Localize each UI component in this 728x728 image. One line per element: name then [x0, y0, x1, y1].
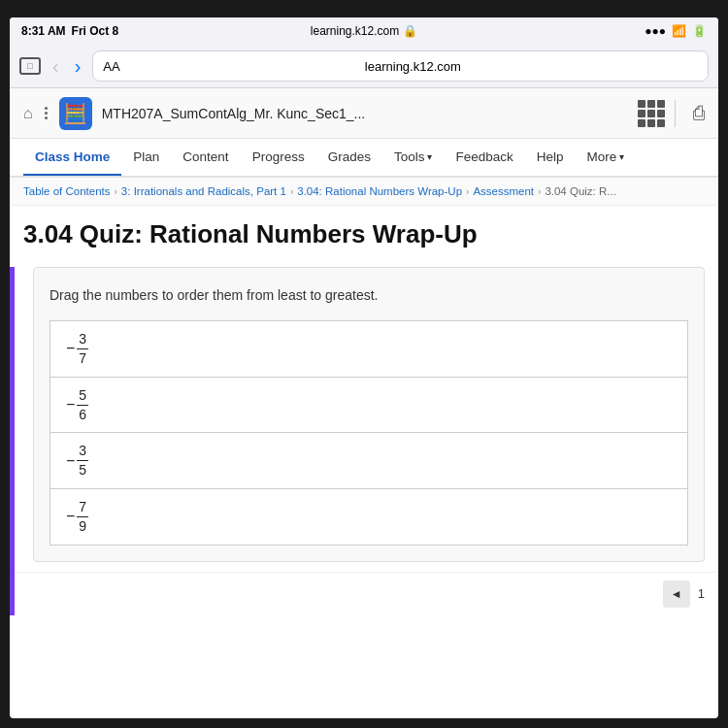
- device-frame: 8:31 AM Fri Oct 8 learning.k12.com 🔒 ●●●…: [0, 0, 728, 728]
- prev-page-button[interactable]: ◄: [663, 580, 690, 608]
- course-icon: 🧮: [59, 97, 92, 130]
- home-icon[interactable]: ⌂: [23, 105, 33, 122]
- drag-item-4[interactable]: − 7 9: [50, 488, 688, 546]
- content-area: Drag the numbers to order them from leas…: [10, 267, 718, 614]
- status-time: 8:31 AM: [21, 24, 66, 38]
- breadcrumb-sep-3: ›: [466, 186, 469, 197]
- address-bar[interactable]: AA learning.k12.com: [92, 50, 709, 82]
- page-title: 3.04 Quiz: Rational Numbers Wrap-Up: [23, 219, 705, 249]
- nav-menu: Class Home Plan Content Progress Grades …: [10, 139, 718, 178]
- status-date: Fri Oct 8: [72, 24, 119, 38]
- nav-more[interactable]: More ▾: [576, 140, 637, 177]
- url-field[interactable]: learning.k12.com: [128, 59, 698, 74]
- drag-item-3[interactable]: − 3 5: [50, 432, 688, 488]
- quiz-instruction: Drag the numbers to order them from leas…: [50, 287, 688, 303]
- grid-icon[interactable]: [638, 100, 665, 127]
- more-chevron-icon: ▾: [619, 151, 624, 162]
- aa-button[interactable]: AA: [103, 59, 119, 74]
- nav-grades[interactable]: Grades: [316, 140, 382, 177]
- breadcrumb-ch3[interactable]: 3: Irrationals and Radicals, Part 1: [121, 185, 286, 197]
- forward-button[interactable]: ›: [71, 54, 85, 78]
- browser-toolbar: □ ‹ › AA learning.k12.com: [10, 45, 718, 87]
- fraction-neg-3-7: − 3 7: [66, 331, 88, 367]
- nav-plan[interactable]: Plan: [121, 140, 171, 177]
- url-display: learning.k12.com 🔒: [311, 24, 417, 38]
- breadcrumb-assessment[interactable]: Assessment: [473, 185, 534, 197]
- breadcrumb-toc[interactable]: Table of Contents: [23, 185, 111, 197]
- breadcrumb-sep-4: ›: [538, 186, 541, 197]
- browser-screen: 8:31 AM Fri Oct 8 learning.k12.com 🔒 ●●●…: [10, 17, 718, 718]
- breadcrumb: Table of Contents › 3: Irrationals and R…: [10, 178, 718, 206]
- share-icon[interactable]: ⎙: [693, 102, 705, 124]
- lock-icon: 🔒: [403, 24, 417, 38]
- tools-chevron-icon: ▾: [427, 151, 432, 162]
- drag-item-1[interactable]: − 3 7: [50, 320, 688, 377]
- pagination: ◄ 1: [10, 572, 718, 615]
- nav-tools[interactable]: Tools ▾: [382, 140, 445, 177]
- page-title-area: 3.04 Quiz: Rational Numbers Wrap-Up: [10, 206, 718, 257]
- drag-items-list: − 3 7 − 5 6: [50, 320, 688, 545]
- drag-item-2[interactable]: − 5 6: [50, 377, 688, 433]
- fraction-neg-7-9: − 7 9: [66, 499, 88, 535]
- course-title: MTH207A_SumContAlg_Mr. Kunc_Sec1_...: [102, 106, 628, 121]
- dots-menu-icon[interactable]: [43, 105, 50, 121]
- fraction-neg-3-5: − 3 5: [66, 443, 88, 479]
- nav-help[interactable]: Help: [525, 140, 576, 177]
- page-number: 1: [698, 586, 705, 601]
- purple-accent-bar: [10, 267, 15, 614]
- back-button[interactable]: ‹: [49, 54, 63, 78]
- page-toolbar: ⌂ 🧮 MTH207A_SumContAlg_Mr. Kunc_Sec1_...…: [10, 88, 718, 139]
- url-text: learning.k12.com: [311, 24, 399, 38]
- status-icons: ●●● 📶 🔋: [645, 24, 707, 38]
- nav-content[interactable]: Content: [171, 140, 240, 177]
- breadcrumb-304[interactable]: 3.04: Rational Numbers Wrap-Up: [297, 185, 462, 197]
- browser-chrome: □ ‹ › AA learning.k12.com: [10, 45, 718, 88]
- nav-class-home[interactable]: Class Home: [23, 140, 121, 177]
- nav-feedback[interactable]: Feedback: [444, 140, 524, 177]
- nav-progress[interactable]: Progress: [241, 140, 316, 177]
- fraction-neg-5-6: − 5 6: [66, 387, 88, 423]
- status-bar: 8:31 AM Fri Oct 8 learning.k12.com 🔒 ●●●…: [10, 17, 718, 45]
- tab-switcher-icon[interactable]: □: [19, 57, 41, 75]
- breadcrumb-sep-2: ›: [290, 186, 293, 197]
- divider: [675, 100, 676, 127]
- quiz-box: Drag the numbers to order them from leas…: [33, 267, 705, 561]
- breadcrumb-current: 3.04 Quiz: R...: [545, 185, 616, 197]
- breadcrumb-sep-1: ›: [115, 186, 117, 197]
